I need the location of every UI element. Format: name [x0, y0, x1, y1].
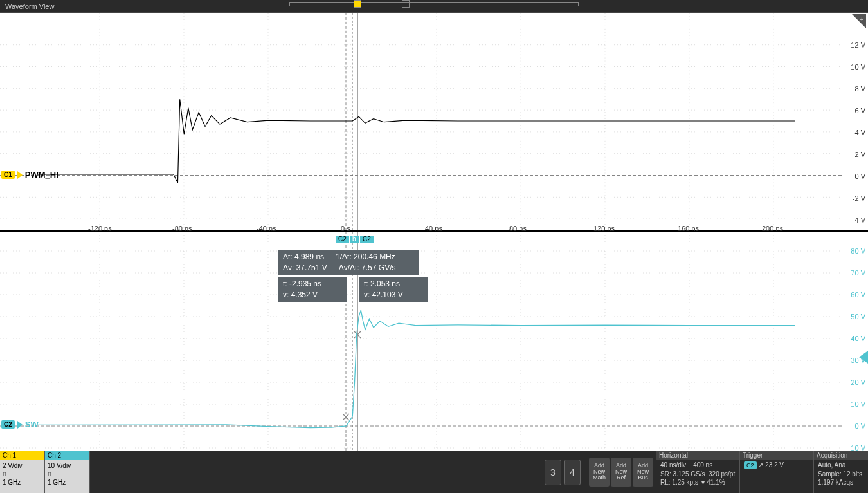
- h-rl: RL: 1.25 kpts: [660, 479, 698, 486]
- ch2-v-tick: 80 V: [851, 247, 865, 255]
- waveform-panel-ch1[interactable]: C1 PWM_HI: [0, 13, 868, 232]
- cursor-tag-a[interactable]: C2: [336, 236, 349, 243]
- ch2-panel-title: Ch 2: [45, 451, 89, 460]
- acquisition-panel[interactable]: Acquisition Auto, Ana Sample: 12 bits 1.…: [813, 451, 868, 493]
- cursor-delta-box[interactable]: Δt: 4.989 ns 1/Δt: 200.46 MHz Δv: 37.751…: [278, 250, 419, 275]
- trigger-level: 23.2 V: [765, 461, 784, 469]
- cursor-a-box[interactable]: t: -2.935 ns v: 4.352 V: [278, 277, 347, 302]
- ch1-v-tick: 8 V: [854, 85, 865, 93]
- acq-mode: Auto, Ana: [818, 461, 864, 470]
- ch2-panel[interactable]: Ch 2 10 V/div ⎍ 1 GHz: [45, 451, 90, 493]
- ch2-v-tick: 10 V: [851, 400, 865, 408]
- num-buttons: 3 4: [539, 451, 586, 493]
- cursor-a-t: t: -2.935 ns: [283, 279, 342, 290]
- cursor-dt: Δt: 4.989 ns: [283, 252, 324, 263]
- h-res: 320 ps/pt: [709, 470, 735, 478]
- horizontal-title: Horizontal: [656, 451, 739, 460]
- ch1-name: PWM_HI: [25, 170, 59, 180]
- acq-title: Acquisition: [814, 451, 868, 460]
- ch1-v-tick: -2 V: [853, 194, 865, 202]
- h-pos: 400 ns: [693, 461, 712, 469]
- add-buttons: Add New Math Add New Ref Add New Bus: [586, 451, 656, 493]
- ch1-panel-title: Ch 1: [0, 451, 44, 460]
- ch2-coupling-icon: ⎍: [48, 470, 87, 478]
- cursor-b-box[interactable]: t: 2.053 ns v: 42.103 V: [359, 277, 428, 302]
- bottom-bar: Ch 1 2 V/div ⎍ 1 GHz Ch 2 10 V/div ⎍ 1 G…: [0, 451, 868, 493]
- button-4[interactable]: 4: [564, 460, 581, 485]
- ch2-v-tick: 70 V: [851, 269, 865, 277]
- ch1-v-tick: 0 V: [854, 172, 865, 180]
- timebar-overview[interactable]: [289, 2, 579, 10]
- h-scale: 40 ns/div: [660, 461, 686, 469]
- ch2-scale: 10 V/div: [48, 461, 87, 470]
- cursor-tag-c[interactable]: C2: [360, 236, 374, 243]
- ch1-v-tick: 12 V: [851, 41, 865, 49]
- ch1-v-tick: 10 V: [851, 63, 865, 71]
- ch1-badge: C1: [1, 171, 15, 179]
- ch2-bw: 1 GHz: [48, 478, 87, 487]
- ch2-v-tick: 0 V: [854, 422, 865, 430]
- trigger-panel[interactable]: Trigger C2 ↗ 23.2 V: [739, 451, 813, 493]
- acq-sample: Sample: 12 bits: [818, 470, 864, 479]
- ch2-label-group[interactable]: C2 SW: [1, 420, 39, 429]
- h-sr: SR: 3.125 GS/s: [660, 470, 705, 478]
- ch2-v-tick: 50 V: [851, 313, 865, 321]
- ch1-caret-icon: [17, 171, 23, 179]
- add-ref-button[interactable]: Add New Ref: [611, 458, 631, 487]
- ch1-scale: 2 V/div: [3, 461, 42, 470]
- trigger-marker-secondary[interactable]: [402, 0, 410, 8]
- zoom-icon[interactable]: [852, 14, 866, 28]
- ch2-v-tick: 20 V: [851, 378, 865, 386]
- ch1-panel-body: 2 V/div ⎍ 1 GHz: [0, 460, 44, 493]
- trigger-pos-marker[interactable]: [354, 0, 361, 8]
- ch1-v-tick: 2 V: [854, 151, 865, 158]
- trigger-edge-icon: ↗: [758, 461, 763, 469]
- horizontal-panel[interactable]: Horizontal 40 ns/div 400 ns SR: 3.125 GS…: [656, 451, 739, 493]
- cursor-dv: Δv: 37.751 V: [283, 263, 327, 274]
- cursor-invdt: 1/Δt: 200.46 MHz: [336, 252, 395, 263]
- ch2-caret-icon: [17, 421, 23, 429]
- ch2-badge: C2: [1, 420, 15, 429]
- add-math-button[interactable]: Add New Math: [589, 458, 610, 487]
- ch2-name: SW: [25, 420, 39, 429]
- trigger-level-arrow-icon[interactable]: [859, 351, 868, 364]
- acq-acqs: 1.197 kAcqs: [818, 478, 864, 487]
- ch2-v-tick: 60 V: [851, 291, 865, 299]
- ch1-panel[interactable]: Ch 1 2 V/div ⎍ 1 GHz: [0, 451, 45, 493]
- ch1-v-tick: 6 V: [854, 107, 865, 115]
- trigger-title: Trigger: [740, 451, 813, 460]
- ch1-label-group[interactable]: C1 PWM_HI: [1, 170, 59, 180]
- cursor-tag-b[interactable]: b: [350, 236, 359, 243]
- ch1-bw: 1 GHz: [3, 478, 42, 487]
- titlebar: Waveform View: [0, 0, 868, 13]
- waveform-panel-ch2[interactable]: C2 b C2 Δt: 4.989 ns 1/Δt: 200.46 MHz Δv…: [0, 232, 868, 451]
- add-bus-button[interactable]: Add New Bus: [633, 458, 653, 487]
- spacer: [90, 451, 539, 493]
- cursor-b-v: v: 42.103 V: [364, 290, 423, 301]
- waveform-area[interactable]: C1 PWM_HI -120 ns-80 ns-40 ns0 s40 ns80 …: [0, 13, 868, 451]
- grid-ch1: [0, 13, 868, 230]
- button-3[interactable]: 3: [545, 460, 561, 485]
- ch1-coupling-icon: ⎍: [3, 470, 42, 478]
- h-pct: ▾ 41.1%: [701, 479, 725, 486]
- ch1-v-tick: -4 V: [853, 216, 865, 224]
- cursor-b-t: t: 2.053 ns: [364, 279, 423, 290]
- cursor-a-v: v: 4.352 V: [283, 290, 342, 301]
- right-panels: 3 4 Add New Math Add New Ref Add New Bus…: [539, 451, 868, 493]
- ch2-panel-body: 10 V/div ⎍ 1 GHz: [45, 460, 89, 493]
- trigger-ch: C2: [744, 461, 757, 469]
- ch1-v-tick: 4 V: [854, 129, 865, 136]
- title: Waveform View: [5, 3, 54, 10]
- cursor-slope: Δv/Δt: 7.57 GV/s: [339, 263, 396, 274]
- grid-ch2: [0, 232, 868, 451]
- ch2-v-tick: 40 V: [851, 335, 865, 342]
